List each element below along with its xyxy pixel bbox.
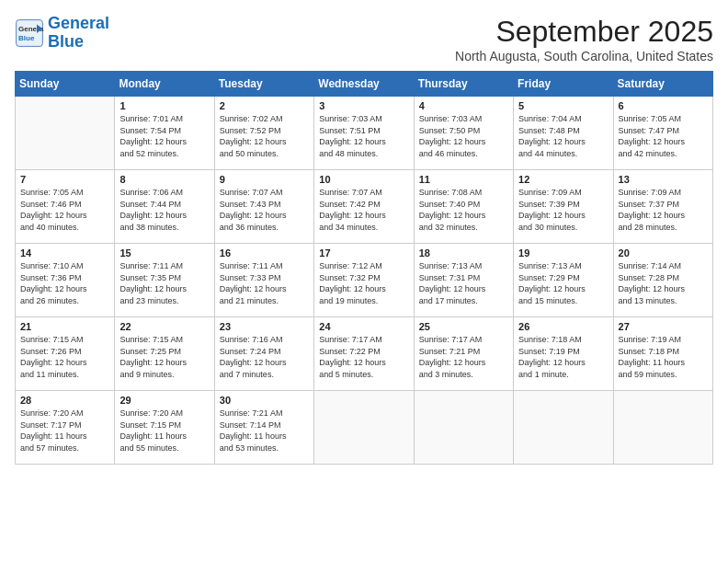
calendar-cell bbox=[414, 391, 513, 465]
calendar-cell: 28Sunrise: 7:20 AM Sunset: 7:17 PM Dayli… bbox=[16, 391, 115, 465]
calendar-cell: 12Sunrise: 7:09 AM Sunset: 7:39 PM Dayli… bbox=[514, 170, 613, 244]
calendar-cell: 21Sunrise: 7:15 AM Sunset: 7:26 PM Dayli… bbox=[16, 317, 115, 391]
day-info: Sunrise: 7:15 AM Sunset: 7:25 PM Dayligh… bbox=[119, 334, 209, 380]
calendar-cell: 11Sunrise: 7:08 AM Sunset: 7:40 PM Dayli… bbox=[414, 170, 513, 244]
month-title: September 2025 bbox=[455, 15, 713, 49]
calendar-week-row: 21Sunrise: 7:15 AM Sunset: 7:26 PM Dayli… bbox=[16, 317, 713, 391]
day-info: Sunrise: 7:17 AM Sunset: 7:22 PM Dayligh… bbox=[319, 334, 408, 380]
calendar-week-row: 28Sunrise: 7:20 AM Sunset: 7:17 PM Dayli… bbox=[16, 391, 713, 465]
day-info: Sunrise: 7:04 AM Sunset: 7:48 PM Dayligh… bbox=[518, 113, 608, 159]
calendar-cell: 18Sunrise: 7:13 AM Sunset: 7:31 PM Dayli… bbox=[414, 244, 513, 317]
day-info: Sunrise: 7:20 AM Sunset: 7:17 PM Dayligh… bbox=[20, 408, 109, 454]
day-number: 28 bbox=[20, 395, 109, 406]
day-info: Sunrise: 7:07 AM Sunset: 7:42 PM Dayligh… bbox=[319, 187, 408, 233]
weekday-header-sunday: Sunday bbox=[16, 72, 115, 97]
day-number: 13 bbox=[619, 174, 708, 185]
calendar-cell bbox=[314, 391, 414, 465]
calendar-cell bbox=[16, 97, 115, 170]
day-number: 19 bbox=[518, 247, 608, 259]
day-info: Sunrise: 7:17 AM Sunset: 7:21 PM Dayligh… bbox=[419, 334, 508, 380]
day-info: Sunrise: 7:11 AM Sunset: 7:33 PM Dayligh… bbox=[220, 260, 309, 306]
logo-text: GeneralBlue bbox=[48, 15, 109, 52]
page-header: General Blue GeneralBlue September 2025 … bbox=[15, 15, 713, 63]
calendar-cell: 29Sunrise: 7:20 AM Sunset: 7:15 PM Dayli… bbox=[115, 391, 214, 465]
calendar-week-row: 1Sunrise: 7:01 AM Sunset: 7:54 PM Daylig… bbox=[16, 97, 713, 170]
calendar-cell: 9Sunrise: 7:07 AM Sunset: 7:43 PM Daylig… bbox=[214, 170, 313, 244]
day-info: Sunrise: 7:03 AM Sunset: 7:50 PM Dayligh… bbox=[419, 113, 508, 159]
day-info: Sunrise: 7:02 AM Sunset: 7:52 PM Dayligh… bbox=[220, 113, 309, 159]
day-number: 24 bbox=[319, 321, 408, 332]
day-info: Sunrise: 7:12 AM Sunset: 7:32 PM Dayligh… bbox=[319, 260, 408, 306]
day-number: 20 bbox=[619, 247, 708, 259]
day-info: Sunrise: 7:19 AM Sunset: 7:18 PM Dayligh… bbox=[619, 334, 708, 380]
calendar-cell bbox=[514, 391, 613, 465]
logo: General Blue GeneralBlue bbox=[15, 15, 109, 52]
day-number: 22 bbox=[119, 321, 209, 332]
day-number: 16 bbox=[220, 247, 309, 259]
day-number: 15 bbox=[119, 247, 209, 259]
calendar-cell: 25Sunrise: 7:17 AM Sunset: 7:21 PM Dayli… bbox=[414, 317, 513, 391]
day-number: 6 bbox=[619, 100, 708, 111]
day-info: Sunrise: 7:14 AM Sunset: 7:28 PM Dayligh… bbox=[619, 260, 708, 306]
day-info: Sunrise: 7:18 AM Sunset: 7:19 PM Dayligh… bbox=[518, 334, 608, 380]
weekday-header-thursday: Thursday bbox=[414, 72, 513, 97]
day-number: 5 bbox=[518, 100, 608, 111]
calendar-cell: 16Sunrise: 7:11 AM Sunset: 7:33 PM Dayli… bbox=[214, 244, 313, 317]
day-info: Sunrise: 7:20 AM Sunset: 7:15 PM Dayligh… bbox=[119, 408, 209, 454]
day-number: 9 bbox=[220, 174, 309, 185]
calendar-table: SundayMondayTuesdayWednesdayThursdayFrid… bbox=[15, 71, 713, 465]
day-number: 17 bbox=[319, 247, 408, 259]
calendar-cell: 23Sunrise: 7:16 AM Sunset: 7:24 PM Dayli… bbox=[214, 317, 313, 391]
calendar-cell: 26Sunrise: 7:18 AM Sunset: 7:19 PM Dayli… bbox=[514, 317, 613, 391]
location-title: North Augusta, South Carolina, United St… bbox=[455, 49, 713, 63]
day-info: Sunrise: 7:13 AM Sunset: 7:29 PM Dayligh… bbox=[518, 260, 608, 306]
day-number: 4 bbox=[419, 100, 508, 111]
calendar-cell: 5Sunrise: 7:04 AM Sunset: 7:48 PM Daylig… bbox=[514, 97, 613, 170]
calendar-cell: 7Sunrise: 7:05 AM Sunset: 7:46 PM Daylig… bbox=[16, 170, 115, 244]
day-info: Sunrise: 7:09 AM Sunset: 7:39 PM Dayligh… bbox=[518, 187, 608, 233]
calendar-cell: 30Sunrise: 7:21 AM Sunset: 7:14 PM Dayli… bbox=[214, 391, 313, 465]
day-info: Sunrise: 7:05 AM Sunset: 7:47 PM Dayligh… bbox=[619, 113, 708, 159]
day-number: 11 bbox=[419, 174, 508, 185]
calendar-cell: 3Sunrise: 7:03 AM Sunset: 7:51 PM Daylig… bbox=[314, 97, 414, 170]
weekday-header-friday: Friday bbox=[514, 72, 613, 97]
day-number: 1 bbox=[119, 100, 209, 111]
calendar-cell: 19Sunrise: 7:13 AM Sunset: 7:29 PM Dayli… bbox=[514, 244, 613, 317]
day-number: 26 bbox=[518, 321, 608, 332]
calendar-cell: 20Sunrise: 7:14 AM Sunset: 7:28 PM Dayli… bbox=[613, 244, 712, 317]
day-info: Sunrise: 7:15 AM Sunset: 7:26 PM Dayligh… bbox=[20, 334, 109, 380]
calendar-week-row: 14Sunrise: 7:10 AM Sunset: 7:36 PM Dayli… bbox=[16, 244, 713, 317]
calendar-cell: 13Sunrise: 7:09 AM Sunset: 7:37 PM Dayli… bbox=[613, 170, 712, 244]
weekday-header-row: SundayMondayTuesdayWednesdayThursdayFrid… bbox=[16, 72, 713, 97]
day-number: 12 bbox=[518, 174, 608, 185]
day-number: 10 bbox=[319, 174, 408, 185]
calendar-week-row: 7Sunrise: 7:05 AM Sunset: 7:46 PM Daylig… bbox=[16, 170, 713, 244]
weekday-header-saturday: Saturday bbox=[613, 72, 712, 97]
calendar-cell: 4Sunrise: 7:03 AM Sunset: 7:50 PM Daylig… bbox=[414, 97, 513, 170]
calendar-cell: 15Sunrise: 7:11 AM Sunset: 7:35 PM Dayli… bbox=[115, 244, 214, 317]
day-number: 2 bbox=[220, 100, 309, 111]
logo-icon: General Blue bbox=[15, 18, 44, 48]
calendar-cell bbox=[613, 391, 712, 465]
calendar-cell: 10Sunrise: 7:07 AM Sunset: 7:42 PM Dayli… bbox=[314, 170, 414, 244]
calendar-cell: 17Sunrise: 7:12 AM Sunset: 7:32 PM Dayli… bbox=[314, 244, 414, 317]
day-number: 14 bbox=[20, 247, 109, 259]
day-info: Sunrise: 7:21 AM Sunset: 7:14 PM Dayligh… bbox=[220, 408, 309, 454]
calendar-cell: 14Sunrise: 7:10 AM Sunset: 7:36 PM Dayli… bbox=[16, 244, 115, 317]
weekday-header-tuesday: Tuesday bbox=[214, 72, 313, 97]
svg-text:Blue: Blue bbox=[18, 34, 35, 42]
calendar-cell: 22Sunrise: 7:15 AM Sunset: 7:25 PM Dayli… bbox=[115, 317, 214, 391]
day-number: 18 bbox=[419, 247, 508, 259]
day-number: 21 bbox=[20, 321, 109, 332]
calendar-cell: 6Sunrise: 7:05 AM Sunset: 7:47 PM Daylig… bbox=[613, 97, 712, 170]
calendar-cell: 24Sunrise: 7:17 AM Sunset: 7:22 PM Dayli… bbox=[314, 317, 414, 391]
weekday-header-monday: Monday bbox=[115, 72, 214, 97]
weekday-header-wednesday: Wednesday bbox=[314, 72, 414, 97]
day-info: Sunrise: 7:08 AM Sunset: 7:40 PM Dayligh… bbox=[419, 187, 508, 233]
day-number: 25 bbox=[419, 321, 508, 332]
day-number: 29 bbox=[119, 395, 209, 406]
day-info: Sunrise: 7:07 AM Sunset: 7:43 PM Dayligh… bbox=[220, 187, 309, 233]
calendar-cell: 8Sunrise: 7:06 AM Sunset: 7:44 PM Daylig… bbox=[115, 170, 214, 244]
day-number: 23 bbox=[220, 321, 309, 332]
title-section: September 2025 North Augusta, South Caro… bbox=[455, 15, 713, 63]
